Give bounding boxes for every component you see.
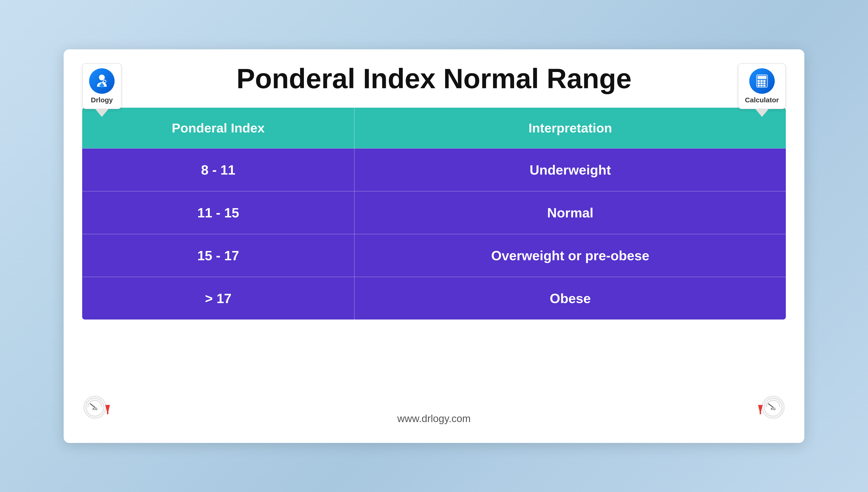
svg-rect-12 bbox=[763, 82, 765, 84]
table-row: > 17 Obese bbox=[82, 277, 786, 320]
svg-point-0 bbox=[99, 75, 105, 80]
calculator-icon bbox=[754, 73, 770, 89]
logo-badge-arrow bbox=[95, 108, 109, 117]
table-container: Ponderal Index Interpretation 8 - 11 Und… bbox=[82, 108, 786, 394]
col-header-index: Ponderal Index bbox=[82, 108, 354, 148]
interpretation-3: Overweight or pre-obese bbox=[354, 234, 786, 277]
svg-rect-21 bbox=[107, 405, 108, 414]
calculator-icon-circle bbox=[749, 68, 775, 94]
calculator-label: Calculator bbox=[745, 96, 779, 104]
svg-rect-27 bbox=[760, 405, 761, 414]
svg-rect-13 bbox=[758, 85, 760, 87]
svg-point-3 bbox=[103, 80, 106, 82]
interpretation-1: Underweight bbox=[354, 148, 786, 191]
svg-rect-2 bbox=[100, 84, 104, 86]
range-3: 15 - 17 bbox=[82, 234, 354, 277]
svg-rect-14 bbox=[760, 85, 763, 87]
footer-url: www.drlogy.com bbox=[397, 413, 470, 424]
card-header: Drlogy Ponderal Index Normal Range bbox=[82, 63, 786, 94]
card-footer: KG www.drlogy.com KG bbox=[82, 408, 786, 424]
table-row: 15 - 17 Overweight or pre-obese bbox=[82, 234, 786, 277]
footer-icon-left: KG bbox=[82, 393, 112, 424]
col-header-interpretation: Interpretation bbox=[354, 108, 786, 148]
svg-rect-11 bbox=[760, 82, 763, 84]
svg-rect-15 bbox=[763, 85, 765, 87]
table-row: 8 - 11 Underweight bbox=[82, 148, 786, 191]
interpretation-2: Normal bbox=[354, 191, 786, 234]
calculator-badge: Calculator bbox=[738, 63, 786, 109]
footer-icon-right: KG bbox=[756, 393, 786, 424]
ponderal-index-table: Ponderal Index Interpretation 8 - 11 Und… bbox=[82, 108, 786, 320]
range-2: 11 - 15 bbox=[82, 191, 354, 234]
drlogy-logo-icon bbox=[89, 68, 114, 94]
calculator-container: Calculator bbox=[738, 63, 786, 117]
scale-icon-left: KG bbox=[82, 393, 112, 423]
table-header-row: Ponderal Index Interpretation bbox=[82, 108, 786, 148]
svg-rect-7 bbox=[758, 80, 760, 81]
interpretation-4: Obese bbox=[354, 277, 786, 320]
svg-rect-10 bbox=[758, 82, 760, 84]
svg-rect-8 bbox=[760, 80, 763, 81]
table-row: 11 - 15 Normal bbox=[82, 191, 786, 234]
svg-text:KG: KG bbox=[93, 407, 98, 411]
person-medical-icon bbox=[94, 73, 110, 89]
page-title: Ponderal Index Normal Range bbox=[236, 63, 632, 94]
svg-rect-9 bbox=[763, 80, 765, 81]
scale-icon-right: KG bbox=[756, 393, 786, 423]
range-4: > 17 bbox=[82, 277, 354, 320]
svg-text:KG: KG bbox=[771, 407, 776, 411]
logo-badge: Drlogy bbox=[82, 63, 122, 109]
main-card: Drlogy Ponderal Index Normal Range bbox=[63, 49, 805, 443]
logo-container: Drlogy bbox=[82, 63, 122, 117]
logo-label: Drlogy bbox=[91, 96, 113, 104]
svg-rect-6 bbox=[758, 76, 766, 79]
range-1: 8 - 11 bbox=[82, 148, 354, 191]
calc-badge-arrow bbox=[755, 108, 769, 117]
